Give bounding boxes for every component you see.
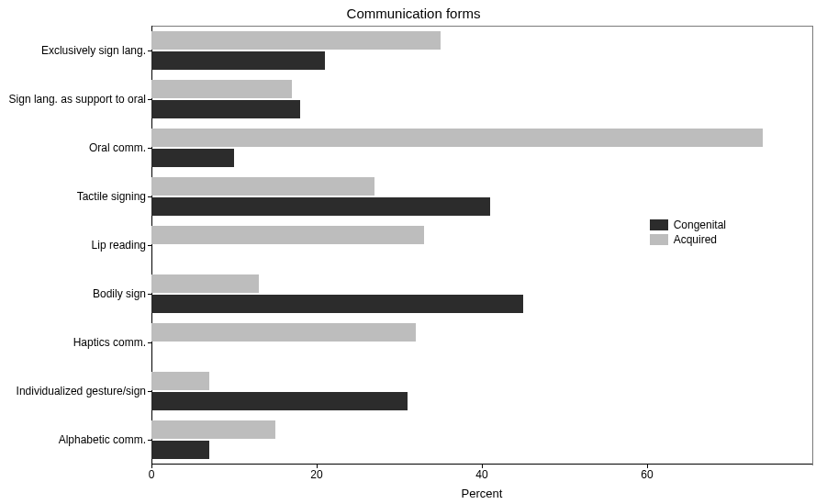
chart-title: Communication forms <box>0 6 827 21</box>
y-tick-mark <box>148 245 151 246</box>
category-label: Haptics comm. <box>73 336 146 349</box>
bar-acquired <box>151 31 441 50</box>
x-tick-label: 60 <box>641 468 653 481</box>
y-tick-mark <box>148 342 151 343</box>
category-label: Lip reading <box>92 239 146 252</box>
category-label: Bodily sign <box>93 287 146 300</box>
legend-item-acquired: Acquired <box>650 233 726 246</box>
bar-congenital <box>151 441 209 459</box>
legend-label-congenital: Congenital <box>674 218 726 231</box>
x-tick-label: 0 <box>149 468 155 481</box>
bar-congenital <box>151 100 300 118</box>
bar-congenital <box>151 149 234 167</box>
x-tick-label: 20 <box>310 468 322 481</box>
legend-item-congenital: Congenital <box>650 218 726 231</box>
bar-acquired <box>151 372 209 390</box>
bar-acquired <box>151 129 763 147</box>
legend: Congenital Acquired <box>650 217 726 248</box>
category-label: Oral comm. <box>89 141 146 154</box>
bar-acquired <box>151 80 292 98</box>
bar-acquired <box>151 177 374 196</box>
legend-swatch-congenital <box>650 219 668 230</box>
category-label: Sign lang. as support to oral <box>9 93 146 106</box>
category-label: Tactile signing <box>77 190 146 203</box>
bar-acquired <box>151 226 424 244</box>
bar-acquired <box>151 420 275 439</box>
legend-label-acquired: Acquired <box>674 233 717 246</box>
x-axis-label: Percent <box>151 487 812 500</box>
x-tick-label: 40 <box>475 468 487 481</box>
bar-congenital <box>151 197 490 216</box>
bar-congenital <box>151 51 325 70</box>
bar-acquired <box>151 274 259 293</box>
bar-congenital <box>151 392 408 410</box>
category-label: Alphabetic comm. <box>59 433 146 446</box>
chart-stage: Communication forms 0204060 Exclusively … <box>0 0 827 504</box>
legend-swatch-acquired <box>650 234 668 245</box>
bar-congenital <box>151 295 523 313</box>
bar-acquired <box>151 323 416 342</box>
category-label: Individualized gesture/sign <box>17 385 146 398</box>
category-label: Exclusively sign lang. <box>41 44 146 57</box>
